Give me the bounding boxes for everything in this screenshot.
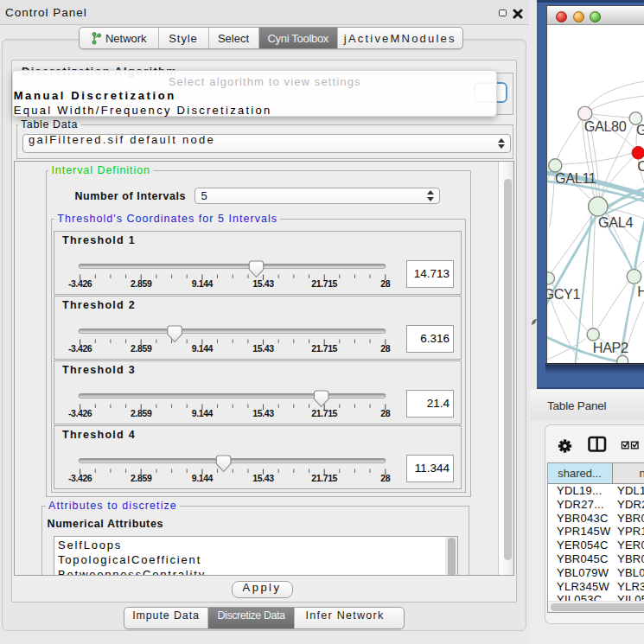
svg-text:15.43: 15.43 <box>252 473 274 483</box>
svg-text:C: C <box>637 158 644 174</box>
svg-text:2.859: 2.859 <box>131 473 152 483</box>
svg-text:-3.426: -3.426 <box>68 278 92 289</box>
svg-text:9.144: 9.144 <box>192 343 214 354</box>
svg-text:2.859: 2.859 <box>131 408 152 418</box>
svg-text:9.144: 9.144 <box>192 408 214 418</box>
svg-text:28: 28 <box>380 473 390 483</box>
svg-text:9.144: 9.144 <box>192 278 214 289</box>
svg-text:2.859: 2.859 <box>131 278 152 289</box>
svg-text:28: 28 <box>380 343 390 354</box>
svg-text:21.715: 21.715 <box>311 473 337 483</box>
svg-text:GCY1: GCY1 <box>547 286 581 302</box>
svg-text:21.715: 21.715 <box>311 278 337 289</box>
svg-text:-3.426: -3.426 <box>68 473 92 483</box>
svg-text:2.859: 2.859 <box>131 343 152 354</box>
svg-text:15.43: 15.43 <box>252 408 274 418</box>
svg-text:15.43: 15.43 <box>252 278 274 289</box>
svg-text:HAP2: HAP2 <box>592 340 628 355</box>
svg-text:21.715: 21.715 <box>311 408 337 418</box>
svg-text:-3.426: -3.426 <box>68 343 92 354</box>
svg-text:GA: GA <box>635 122 644 137</box>
svg-text:GAL11: GAL11 <box>555 170 596 186</box>
svg-text:28: 28 <box>380 278 390 289</box>
svg-text:GAL4: GAL4 <box>598 214 633 230</box>
svg-text:28: 28 <box>380 408 390 418</box>
svg-text:21.715: 21.715 <box>311 343 337 354</box>
svg-text:-3.426: -3.426 <box>68 408 92 418</box>
svg-text:GAL80: GAL80 <box>583 118 626 134</box>
svg-text:HI: HI <box>637 284 644 299</box>
svg-text:15.43: 15.43 <box>252 343 274 354</box>
svg-text:9.144: 9.144 <box>192 473 214 483</box>
